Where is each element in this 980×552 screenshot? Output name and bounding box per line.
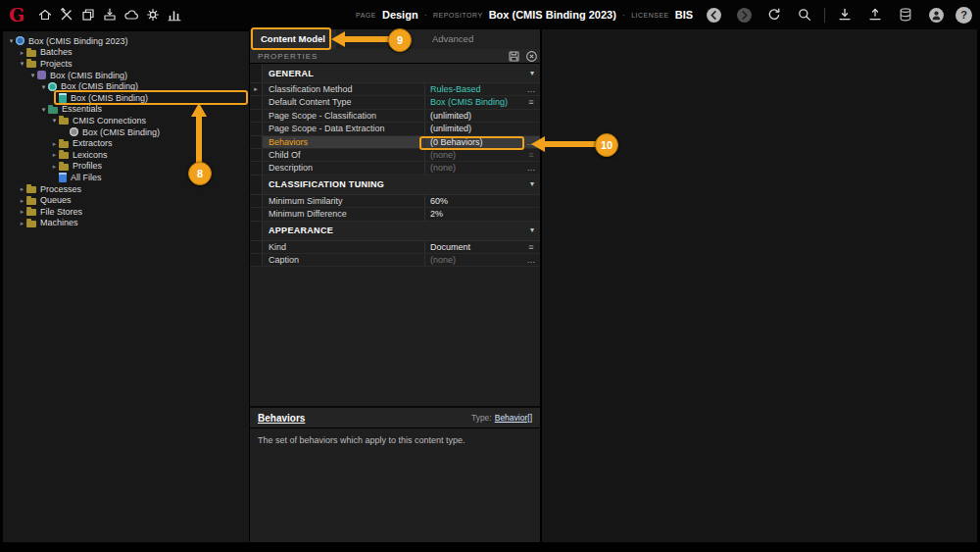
user-icon[interactable]	[925, 7, 947, 23]
tree-item-project[interactable]: Box (CMIS Binding)	[3, 70, 249, 81]
section-header-appearance[interactable]: APPEARANCE	[250, 222, 540, 241]
tree-item-processes[interactable]: Processes	[3, 183, 249, 195]
property-row-behaviors[interactable]: Behaviors(0 Behaviors)	[250, 136, 540, 149]
property-row-minimum-difference[interactable]: Minimum Difference2%	[250, 208, 540, 221]
callout-arrow-9-shaft	[344, 36, 390, 42]
expander-icon[interactable]	[18, 183, 26, 194]
tree-item-content-model[interactable]: Box (CMIS Binding)	[3, 80, 249, 92]
repository-value[interactable]: Box (CMIS Binding 2023)	[489, 9, 616, 21]
page-value[interactable]: Design	[382, 9, 418, 21]
tools-icon[interactable]	[56, 7, 77, 23]
property-value[interactable]: Box (CMIS Binding)	[424, 96, 522, 108]
property-row-default-content-type[interactable]: Default Content TypeBox (CMIS Binding)	[250, 96, 540, 109]
ellipsis-button[interactable]	[522, 83, 540, 95]
upload-icon[interactable]	[864, 7, 886, 23]
property-row-minimum-similarity[interactable]: Minimum Similarity60%	[250, 195, 540, 208]
forward-icon[interactable]	[733, 7, 755, 23]
property-row-classification-method[interactable]: Classification MethodRules-Based	[250, 83, 540, 96]
expander-icon[interactable]	[18, 47, 26, 58]
tree-item-projects[interactable]: Projects	[3, 58, 249, 70]
tree-item-cmis-connections[interactable]: CMIS Connections	[3, 115, 249, 126]
batches-icon[interactable]	[77, 7, 99, 23]
tab-content-model[interactable]: Content Model	[250, 29, 336, 49]
help-icon[interactable]: ?	[956, 7, 972, 24]
expander-icon[interactable]	[18, 206, 26, 217]
type-link[interactable]: Behavior[]	[495, 413, 532, 423]
expander-icon[interactable]	[18, 195, 26, 206]
property-row-page-scope-classification[interactable]: Page Scope - Classification(unlimited)	[250, 110, 540, 123]
tree-item-cmis-connection[interactable]: Box (CMIS Binding)	[3, 126, 249, 138]
action-placeholder	[522, 195, 540, 207]
expander-icon[interactable]	[50, 138, 59, 149]
expander-icon[interactable]	[39, 81, 48, 92]
tree-item-content-type-selected[interactable]: Box (CMIS Binding)	[3, 92, 249, 104]
property-value[interactable]: (0 Behaviors)	[424, 136, 522, 148]
tree-item-lexicons[interactable]: Lexicons	[3, 149, 249, 161]
property-value[interactable]: (unlimited)	[424, 123, 522, 134]
tree-item-label: Batches	[40, 47, 73, 57]
property-label: Classification Method	[263, 83, 424, 95]
project-icon	[37, 71, 46, 79]
processes-icon[interactable]	[142, 7, 164, 23]
folder-icon	[26, 61, 36, 68]
licensee-label: LICENSEE	[631, 12, 669, 19]
toolbar-divider	[824, 8, 825, 23]
tree-item-label: Projects	[40, 59, 73, 69]
property-value[interactable]: (none)	[424, 162, 522, 174]
download-icon[interactable]	[834, 7, 856, 23]
expander-icon[interactable]	[18, 218, 26, 228]
tree-item-repository[interactable]: Box (CMIS Binding 2023)	[3, 35, 249, 47]
database-icon[interactable]	[895, 7, 916, 23]
expand-icon[interactable]	[250, 83, 263, 95]
ellipsis-button[interactable]	[522, 162, 540, 174]
tree-item-queues[interactable]: Queues	[3, 194, 249, 206]
property-row-caption[interactable]: Caption(none)	[250, 254, 540, 267]
property-value[interactable]: (none)	[424, 149, 522, 161]
expander-icon[interactable]	[18, 58, 26, 69]
property-value[interactable]: 2%	[424, 208, 522, 220]
property-label: Minimum Difference	[263, 208, 424, 220]
import-icon[interactable]	[99, 7, 121, 23]
expander-icon[interactable]	[50, 161, 59, 172]
property-value[interactable]: Rules-Based	[424, 83, 522, 95]
back-icon[interactable]	[703, 7, 724, 23]
property-row-child-of[interactable]: Child Of(none)	[250, 149, 540, 162]
stats-icon[interactable]	[164, 7, 185, 23]
property-row-description[interactable]: Description(none)	[250, 162, 540, 175]
expander-icon[interactable]	[50, 149, 59, 160]
callout-badge-9: 9	[388, 28, 412, 52]
tree-item-batches[interactable]: Batches	[3, 47, 249, 59]
menu-button[interactable]	[522, 96, 540, 108]
property-value[interactable]: (none)	[424, 254, 522, 266]
tree-item-extractors[interactable]: Extractors	[3, 137, 249, 149]
section-header-classification-tuning[interactable]: CLASSIFICATION TUNING	[250, 176, 540, 195]
search-icon[interactable]	[794, 7, 815, 23]
cloud-icon[interactable]	[121, 7, 142, 23]
expander-icon[interactable]	[39, 104, 48, 115]
property-value[interactable]: Document	[424, 241, 522, 253]
property-value[interactable]: 60%	[424, 195, 522, 207]
close-icon[interactable]	[522, 50, 540, 63]
page-label: PAGE	[356, 12, 376, 19]
connection-icon	[70, 127, 78, 136]
property-row-page-scope-data-extraction[interactable]: Page Scope - Data Extraction(unlimited)	[250, 123, 540, 135]
tree-item-machines[interactable]: Machines	[3, 218, 249, 229]
tree-item-file-stores[interactable]: File Stores	[3, 206, 249, 218]
expander-icon[interactable]	[7, 35, 16, 46]
tree-item-essentials[interactable]: Essentials	[3, 104, 249, 116]
expander-icon[interactable]	[50, 115, 59, 125]
property-value[interactable]: (unlimited)	[424, 110, 522, 122]
menu-button[interactable]	[522, 241, 540, 253]
ellipsis-button[interactable]	[522, 254, 540, 266]
property-row-kind[interactable]: KindDocument	[250, 241, 540, 254]
section-header-general[interactable]: GENERAL	[250, 64, 540, 83]
tree-item-profiles[interactable]: Profiles	[3, 161, 249, 173]
refresh-icon[interactable]	[763, 7, 785, 23]
folder-icon	[26, 186, 36, 193]
save-icon[interactable]	[505, 50, 522, 63]
tab-advanced[interactable]: Advanced	[421, 29, 484, 49]
tree-item-all-files[interactable]: All Files	[3, 172, 249, 183]
tree-item-label: Lexicons	[73, 150, 108, 160]
home-icon[interactable]	[34, 7, 56, 23]
expander-icon[interactable]	[28, 70, 37, 80]
